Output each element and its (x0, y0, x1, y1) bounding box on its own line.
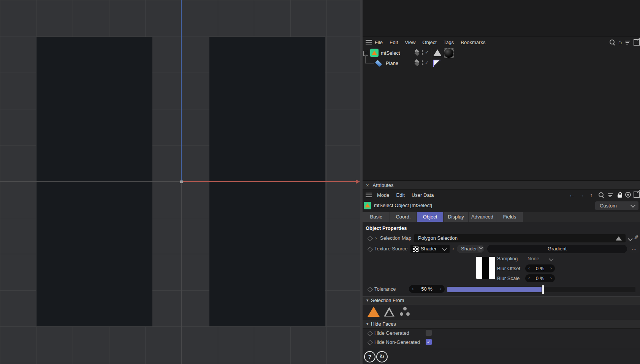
back-icon[interactable]: ← (568, 191, 576, 198)
blur-scale-row: Blur Scale ‹ 0 % › (363, 274, 640, 283)
keyframe-diamond-icon[interactable] (368, 331, 373, 336)
edges-selection-button[interactable] (384, 307, 394, 317)
keyframe-diamond-icon[interactable] (368, 247, 373, 252)
visibility-dots-icon[interactable] (422, 50, 423, 57)
sampling-dropdown-value[interactable]: None (528, 256, 539, 261)
keyframe-diamond-icon[interactable] (368, 287, 373, 292)
selection-from-section-header[interactable]: ▾ Selection From (363, 296, 640, 305)
polygon-mode-icon (616, 236, 622, 241)
attr-menu-userdata[interactable]: User Data (412, 192, 434, 198)
chevron-down-icon[interactable] (628, 236, 633, 241)
layers-icon[interactable] (413, 60, 420, 66)
enabled-check-icon[interactable]: ✓ (425, 60, 429, 65)
hamburger-menu-icon[interactable] (366, 39, 372, 46)
close-icon[interactable]: × (366, 182, 369, 188)
tab-basic[interactable]: Basic (363, 212, 390, 222)
collapse-triangle-icon[interactable]: ▾ (366, 321, 369, 326)
object-name[interactable]: mtSelect (381, 50, 400, 56)
tolerance-slider-handle[interactable] (542, 285, 544, 294)
new-window-icon[interactable] (634, 191, 640, 198)
reset-button[interactable]: ↻ (376, 351, 388, 362)
viewport-front-view[interactable] (0, 0, 360, 364)
selection-map-field[interactable]: Polygon Selection (414, 234, 626, 242)
spinner-increase-icon[interactable]: › (550, 265, 552, 271)
chevron-down-icon[interactable] (549, 256, 554, 261)
object-manager-toolbar: ⌂ (609, 39, 640, 46)
om-menu-edit[interactable]: Edit (390, 40, 398, 45)
shader-name-button[interactable]: Gradient (487, 245, 627, 253)
tab-advanced[interactable]: Advanced (469, 212, 496, 222)
plane-geometry-left[interactable] (36, 37, 152, 326)
hamburger-menu-icon[interactable] (366, 191, 372, 198)
attr-menu-mode[interactable]: Mode (377, 192, 390, 198)
texture-tag-icon[interactable] (444, 48, 454, 58)
mtselect-object-icon[interactable] (370, 49, 379, 57)
hide-generated-checkbox[interactable]: ✓ (426, 330, 432, 336)
om-menu-object[interactable]: Object (422, 40, 437, 45)
forward-icon[interactable]: → (577, 191, 586, 198)
blur-offset-spinner[interactable]: ‹ 0 % › (525, 264, 555, 272)
eyedropper-icon[interactable]: ✎ (634, 234, 639, 241)
search-icon[interactable] (609, 39, 615, 45)
plane-geometry-right[interactable] (209, 37, 325, 326)
tag-divider (431, 58, 431, 68)
attr-menu-edit[interactable]: Edit (396, 192, 405, 198)
spinner-increase-icon[interactable]: › (440, 286, 442, 291)
hide-faces-section-header[interactable]: ▾ Hide Faces (363, 320, 640, 329)
lock-icon[interactable] (617, 192, 623, 198)
tolerance-row: Tolerance ‹ 50 % › (363, 284, 640, 295)
attributes-titlebar[interactable]: × Attributes (363, 181, 640, 190)
polygon-tag-icon[interactable] (433, 49, 442, 56)
tab-display[interactable]: Display (444, 212, 469, 222)
filter-icon[interactable] (625, 40, 630, 44)
hide-non-generated-label: Hide Non-Generated (374, 339, 420, 345)
polygon-selection-tag-icon[interactable] (433, 60, 440, 67)
search-icon[interactable] (598, 192, 604, 198)
right-panel: File Edit View Object Tags Bookmarks ⌂ −… (363, 0, 640, 364)
tolerance-spinner[interactable]: ‹ 50 % › (409, 285, 445, 293)
om-menu-file[interactable]: File (375, 40, 383, 45)
om-menu-tags[interactable]: Tags (444, 40, 454, 45)
object-name[interactable]: Plane (386, 60, 398, 66)
collapse-triangle-icon[interactable]: ▾ (366, 298, 369, 303)
attributes-tabs: Basic Coord. Object Display Advanced Fie… (363, 212, 523, 222)
reset-icon: ↻ (380, 353, 385, 360)
points-selection-button[interactable] (399, 307, 412, 318)
object-row-mtselect[interactable]: − mtSelect ✓ (363, 48, 640, 58)
tolerance-value[interactable]: 50 % (409, 286, 445, 292)
spinner-increase-icon[interactable]: › (550, 275, 552, 281)
filter-icon[interactable] (608, 193, 613, 197)
keyframe-diamond-icon[interactable] (368, 340, 373, 345)
more-options-button[interactable]: ... (629, 245, 639, 253)
tab-coord[interactable]: Coord. (390, 212, 417, 222)
enabled-check-icon[interactable]: ✓ (425, 50, 429, 55)
shader-link-button[interactable]: Shader (457, 245, 484, 253)
target-icon[interactable] (625, 192, 631, 198)
axis-y-negative-line (181, 182, 182, 364)
keyframe-diamond-icon[interactable] (368, 236, 373, 241)
tab-object[interactable]: Object (417, 212, 444, 222)
home-icon[interactable]: ⌂ (618, 39, 622, 45)
selection-from-title: Selection From (371, 298, 404, 303)
new-window-icon[interactable] (634, 39, 640, 46)
expand-arrow-icon: › (452, 245, 454, 252)
hide-non-generated-checkbox[interactable]: ✓ (426, 339, 432, 345)
help-button[interactable]: ? (364, 351, 375, 362)
up-icon[interactable]: ↑ (587, 191, 596, 198)
polygons-selection-button[interactable] (368, 307, 380, 317)
om-menu-bookmarks[interactable]: Bookmarks (461, 40, 485, 45)
preset-dropdown[interactable]: Custom (595, 201, 638, 210)
shader-type-dropdown[interactable]: Shader (410, 245, 450, 253)
visibility-dots-icon[interactable] (422, 60, 423, 67)
object-manager-menubar: File Edit View Object Tags Bookmarks (363, 37, 640, 47)
blur-scale-spinner[interactable]: ‹ 0 % › (525, 274, 555, 282)
axis-x-arrowhead (356, 179, 360, 184)
layers-icon[interactable] (413, 49, 420, 56)
tab-fields[interactable]: Fields (496, 212, 523, 222)
tree-collapse-icon[interactable]: − (363, 51, 368, 56)
plane-object-icon[interactable] (375, 60, 382, 67)
expand-arrow-icon[interactable]: › (375, 235, 377, 241)
om-menu-view[interactable]: View (405, 40, 415, 45)
tolerance-slider-track[interactable] (447, 287, 635, 292)
object-row-plane[interactable]: Plane ✓ (363, 58, 640, 68)
